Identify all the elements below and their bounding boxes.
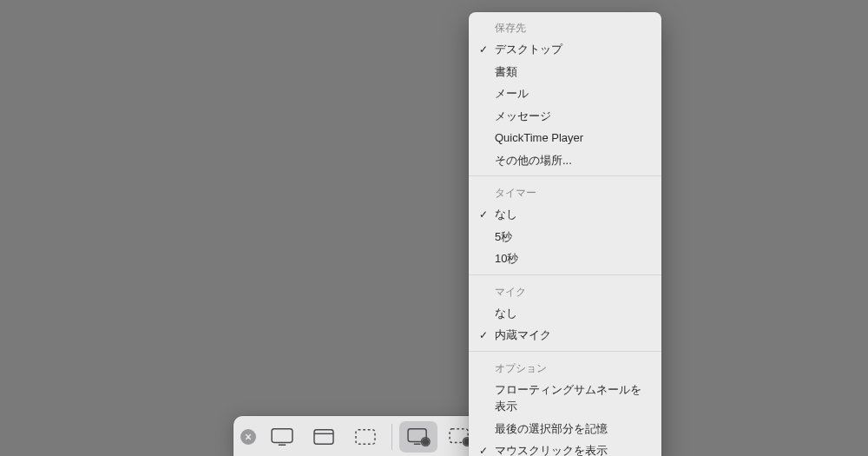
svg-rect-2 xyxy=(356,430,375,445)
menu-item[interactable]: 5秒 xyxy=(469,226,661,248)
menu-item[interactable]: ✓マウスクリックを表示 xyxy=(469,439,661,456)
check-icon: ✓ xyxy=(479,207,488,222)
menu-item[interactable]: ✓なし xyxy=(469,203,661,226)
check-icon: ✓ xyxy=(479,443,488,456)
capture-selection-button[interactable] xyxy=(346,421,385,453)
menu-item-label: なし xyxy=(495,307,517,320)
check-icon: ✓ xyxy=(479,327,488,343)
menu-item-label: その他の場所... xyxy=(495,154,572,167)
menu-item[interactable]: ✓デスクトップ xyxy=(469,38,661,61)
menu-item[interactable]: フローティングサムネールを表示 xyxy=(469,379,661,418)
menu-item-label: フローティングサムネールを表示 xyxy=(495,383,641,413)
menu-item[interactable]: QuickTime Player xyxy=(469,127,661,149)
menu-item[interactable]: 10秒 xyxy=(469,248,661,270)
menu-item-label: メール xyxy=(495,87,529,100)
menu-item-label: 10秒 xyxy=(495,252,518,265)
menu-item[interactable]: なし xyxy=(469,302,661,325)
menu-separator xyxy=(469,274,661,275)
menu-item-label: 書類 xyxy=(495,65,517,78)
check-icon: ✓ xyxy=(479,42,488,57)
toolbar-divider xyxy=(391,424,392,450)
screen-icon xyxy=(270,427,294,446)
record-screen-icon xyxy=(406,427,431,446)
options-popover: 保存先✓デスクトップ書類メールメッセージQuickTime Playerその他の… xyxy=(469,12,661,456)
menu-section-header: マイク xyxy=(469,280,661,302)
menu-item[interactable]: メッセージ xyxy=(469,105,661,128)
menu-item[interactable]: その他の場所... xyxy=(469,149,661,172)
menu-separator xyxy=(469,351,661,352)
capture-entire-screen-button[interactable] xyxy=(263,421,301,453)
menu-item[interactable]: メール xyxy=(469,83,661,105)
menu-item-label: 5秒 xyxy=(495,230,512,243)
record-entire-screen-button[interactable] xyxy=(399,421,437,453)
capture-window-button[interactable] xyxy=(305,421,343,453)
menu-section-header: 保存先 xyxy=(469,16,661,38)
menu-item-label: 最後の選択部分を記憶 xyxy=(495,422,608,435)
selection-icon xyxy=(353,427,378,446)
menu-item[interactable]: ✓内蔵マイク xyxy=(469,324,661,347)
window-icon xyxy=(312,427,336,446)
svg-rect-1 xyxy=(314,430,333,445)
menu-item[interactable]: 最後の選択部分を記憶 xyxy=(469,418,661,440)
close-icon xyxy=(245,433,252,440)
menu-item-label: QuickTime Player xyxy=(495,131,583,144)
menu-item-label: マウスクリックを表示 xyxy=(495,444,608,456)
svg-point-4 xyxy=(422,439,429,446)
svg-rect-0 xyxy=(272,429,293,443)
menu-item[interactable]: 書類 xyxy=(469,61,661,83)
menu-section-header: オプション xyxy=(469,356,661,379)
menu-item-label: なし xyxy=(495,208,517,221)
menu-item-label: 内蔵マイク xyxy=(495,328,551,341)
menu-separator xyxy=(469,175,661,176)
menu-section-header: タイマー xyxy=(469,181,661,203)
menu-item-label: デスクトップ xyxy=(495,43,562,56)
close-button[interactable] xyxy=(240,429,256,445)
menu-item-label: メッセージ xyxy=(495,109,551,122)
